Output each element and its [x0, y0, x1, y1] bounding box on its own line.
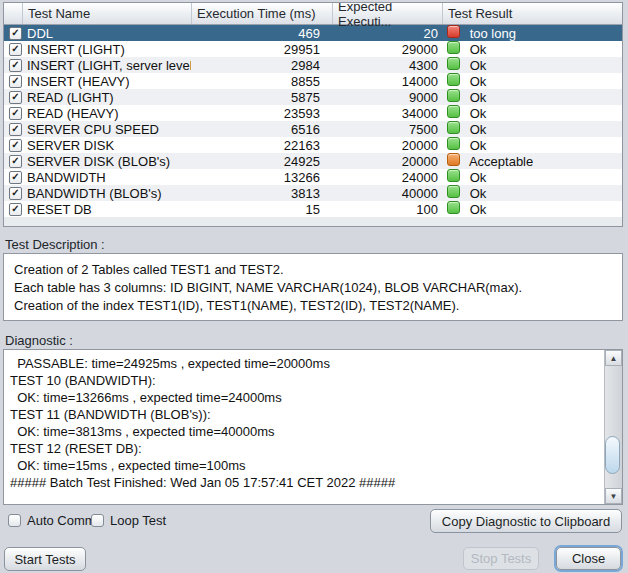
scrollbar-thumb[interactable] — [605, 436, 620, 474]
auto-commit-checkbox[interactable] — [8, 514, 21, 527]
row-checkbox-cell[interactable]: ✓ — [4, 107, 22, 120]
expected-time-cell[interactable]: 20000 — [332, 138, 442, 153]
table-row[interactable]: ✓ READ (HEAVY) 23593 34000 Ok — [4, 105, 622, 121]
table-row[interactable]: ✓ RESET DB 15 100 Ok — [4, 201, 622, 217]
copy-diagnostic-button[interactable]: Copy Diagnostic to Clipboard — [430, 509, 622, 533]
test-name-cell[interactable]: SERVER DISK — [22, 138, 191, 153]
test-name-cell[interactable]: SERVER DISK (BLOB's) — [22, 154, 191, 169]
test-name-cell[interactable]: READ (HEAVY) — [22, 106, 191, 121]
execution-time-cell[interactable]: 3813 — [191, 186, 332, 201]
test-name-cell[interactable]: READ (LIGHT) — [22, 90, 191, 105]
column-header-test-name[interactable]: Test Name — [22, 3, 191, 24]
row-checkbox-cell[interactable]: ✓ — [4, 91, 22, 104]
expected-time-cell[interactable]: 9000 — [332, 90, 442, 105]
table-row[interactable]: ✓ INSERT (LIGHT, server level) 2984 4300… — [4, 57, 622, 73]
execution-time-cell[interactable]: 23593 — [191, 106, 332, 121]
expected-time-cell[interactable]: 29000 — [332, 42, 442, 57]
row-checkbox-cell[interactable]: ✓ — [4, 155, 22, 168]
expected-time-cell[interactable]: 24000 — [332, 170, 442, 185]
test-result-cell[interactable]: Ok — [442, 121, 622, 137]
diagnostic-scrollbar[interactable]: ▲ ▼ — [604, 350, 622, 504]
checkbox-checked-icon[interactable]: ✓ — [9, 203, 22, 216]
test-name-cell[interactable]: RESET DB — [22, 202, 191, 217]
table-row[interactable]: ✓ BANDWIDTH 13266 24000 Ok — [4, 169, 622, 185]
scroll-down-button[interactable]: ▼ — [605, 488, 622, 504]
table-row[interactable]: ✓ SERVER DISK (BLOB's) 24925 20000 Accep… — [4, 153, 622, 169]
column-header-expected-execution[interactable]: Expected Executi... — [332, 3, 442, 24]
test-result-cell[interactable]: Ok — [442, 57, 622, 73]
test-name-cell[interactable]: INSERT (HEAVY) — [22, 74, 191, 89]
execution-time-cell[interactable]: 2984 — [191, 58, 332, 73]
column-header-checkbox[interactable] — [4, 3, 22, 24]
test-result-cell[interactable]: Ok — [442, 105, 622, 121]
test-result-cell[interactable]: Ok — [442, 185, 622, 201]
table-row[interactable]: ✓ DDL 469 20 too long — [4, 25, 622, 41]
diagnostic-textarea[interactable]: PASSABLE: time=24925ms , expected time=2… — [4, 350, 604, 504]
checkbox-checked-icon[interactable]: ✓ — [9, 187, 22, 200]
scrollbar-track[interactable] — [605, 366, 622, 488]
checkbox-checked-icon[interactable]: ✓ — [9, 75, 22, 88]
expected-time-cell[interactable]: 100 — [332, 202, 442, 217]
row-checkbox-cell[interactable]: ✓ — [4, 27, 22, 40]
test-result-cell[interactable]: Ok — [442, 73, 622, 89]
table-row[interactable]: ✓ BANDWIDTH (BLOB's) 3813 40000 Ok — [4, 185, 622, 201]
execution-time-cell[interactable]: 8855 — [191, 74, 332, 89]
table-row[interactable]: ✓ SERVER CPU SPEED 6516 7500 Ok — [4, 121, 622, 137]
test-result-cell[interactable]: too long — [442, 25, 622, 41]
test-result-cell[interactable]: Acceptable — [442, 153, 622, 169]
expected-time-cell[interactable]: 14000 — [332, 74, 442, 89]
table-row[interactable]: ✓ READ (LIGHT) 5875 9000 Ok — [4, 89, 622, 105]
expected-time-cell[interactable]: 4300 — [332, 58, 442, 73]
execution-time-cell[interactable]: 13266 — [191, 170, 332, 185]
execution-time-cell[interactable]: 5875 — [191, 90, 332, 105]
table-row[interactable]: ✓ INSERT (LIGHT) 29951 29000 Ok — [4, 41, 622, 57]
row-checkbox-cell[interactable]: ✓ — [4, 59, 22, 72]
checkbox-checked-icon[interactable]: ✓ — [9, 123, 22, 136]
test-name-cell[interactable]: BANDWIDTH (BLOB's) — [22, 186, 191, 201]
row-checkbox-cell[interactable]: ✓ — [4, 139, 22, 152]
checkbox-checked-icon[interactable]: ✓ — [9, 155, 22, 168]
checkbox-checked-icon[interactable]: ✓ — [9, 107, 22, 120]
row-checkbox-cell[interactable]: ✓ — [4, 203, 22, 216]
checkbox-checked-icon[interactable]: ✓ — [9, 91, 22, 104]
close-button[interactable]: Close — [556, 547, 621, 570]
test-result-cell[interactable]: Ok — [442, 137, 622, 153]
row-checkbox-cell[interactable]: ✓ — [4, 187, 22, 200]
column-header-execution-time[interactable]: Execution Time (ms) — [191, 3, 332, 24]
start-tests-button[interactable]: Start Tests — [4, 547, 86, 571]
expected-time-cell[interactable]: 34000 — [332, 106, 442, 121]
row-checkbox-cell[interactable]: ✓ — [4, 123, 22, 136]
expected-time-cell[interactable]: 7500 — [332, 122, 442, 137]
stop-tests-button[interactable]: Stop Tests — [463, 547, 539, 570]
column-header-test-result[interactable]: Test Result — [442, 3, 622, 24]
checkbox-checked-icon[interactable]: ✓ — [9, 171, 22, 184]
execution-time-cell[interactable]: 6516 — [191, 122, 332, 137]
test-name-cell[interactable]: BANDWIDTH — [22, 170, 191, 185]
checkbox-checked-icon[interactable]: ✓ — [9, 139, 22, 152]
execution-time-cell[interactable]: 469 — [191, 26, 332, 41]
row-checkbox-cell[interactable]: ✓ — [4, 43, 22, 56]
checkbox-checked-icon[interactable]: ✓ — [9, 59, 22, 72]
execution-time-cell[interactable]: 15 — [191, 202, 332, 217]
row-checkbox-cell[interactable]: ✓ — [4, 171, 22, 184]
loop-test-checkbox[interactable] — [91, 514, 104, 527]
scroll-up-button[interactable]: ▲ — [605, 350, 622, 366]
checkbox-checked-icon[interactable]: ✓ — [9, 27, 22, 40]
test-name-cell[interactable]: DDL — [22, 26, 191, 41]
test-name-cell[interactable]: SERVER CPU SPEED — [22, 122, 191, 137]
expected-time-cell[interactable]: 20000 — [332, 154, 442, 169]
table-row[interactable]: ✓ SERVER DISK 22163 20000 Ok — [4, 137, 622, 153]
test-name-cell[interactable]: INSERT (LIGHT) — [22, 42, 191, 57]
checkbox-checked-icon[interactable]: ✓ — [9, 43, 22, 56]
test-result-cell[interactable]: Ok — [442, 41, 622, 57]
row-checkbox-cell[interactable]: ✓ — [4, 75, 22, 88]
execution-time-cell[interactable]: 22163 — [191, 138, 332, 153]
execution-time-cell[interactable]: 24925 — [191, 154, 332, 169]
execution-time-cell[interactable]: 29951 — [191, 42, 332, 57]
table-row[interactable]: ✓ INSERT (HEAVY) 8855 14000 Ok — [4, 73, 622, 89]
expected-time-cell[interactable]: 40000 — [332, 186, 442, 201]
test-result-cell[interactable]: Ok — [442, 89, 622, 105]
test-result-cell[interactable]: Ok — [442, 169, 622, 185]
test-result-cell[interactable]: Ok — [442, 201, 622, 217]
test-name-cell[interactable]: INSERT (LIGHT, server level) — [22, 58, 191, 73]
